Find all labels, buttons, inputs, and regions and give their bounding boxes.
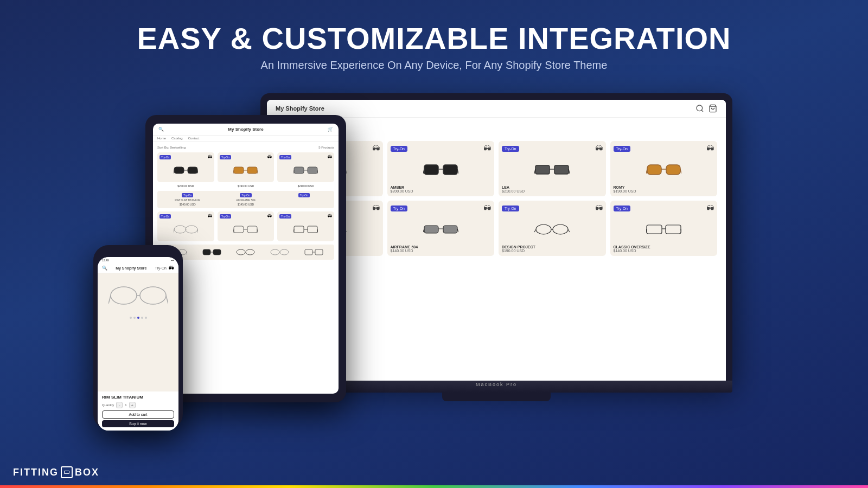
tablet-navbar: 🔍 My Shopify Store 🛒 — [153, 124, 339, 136]
page-header: Easy & Customizable Integration An Immer… — [0, 0, 868, 77]
phone-glasses-display — [101, 277, 175, 314]
logo-text-box: BOX — [75, 467, 99, 478]
phone-product-title: RIM SLIM TITANIUM — [102, 395, 174, 400]
product-image — [391, 215, 492, 243]
product-image — [614, 155, 714, 183]
quantity-value: 1 — [125, 403, 126, 407]
product-name: DESIGN PROJECT — [502, 245, 603, 249]
signal-icons: ▪▪▪ — [171, 259, 174, 262]
logo-text-fitting: FITTING — [13, 467, 59, 478]
svg-rect-86 — [305, 249, 312, 255]
svg-point-84 — [280, 249, 289, 255]
svg-rect-43 — [188, 167, 197, 174]
glasses-icon: 🕶 — [328, 155, 332, 159]
rainbow-bar — [0, 485, 868, 488]
product-card: Try-On 🕶 — [499, 141, 606, 196]
glasses-icon: 🕶 — [706, 204, 714, 213]
strip-price: $145.00 USD — [238, 203, 254, 206]
try-on-button[interactable]: Try-On — [391, 146, 408, 152]
svg-point-58 — [186, 226, 197, 233]
product-image — [220, 220, 272, 239]
try-on-button[interactable]: Try-On — [182, 193, 193, 197]
svg-line-50 — [233, 170, 234, 174]
glasses-icon: 🕶 — [483, 144, 491, 153]
cart-icon: 🛒 — [328, 127, 333, 132]
tablet-product-card: Try-On 🕶 — [218, 211, 275, 241]
try-on-button[interactable]: Try-On — [159, 155, 171, 159]
price-3: $210.00 USD — [277, 184, 334, 188]
try-on-button[interactable]: Try-On — [220, 155, 231, 159]
svg-point-83 — [271, 249, 279, 255]
nav-link-home: Home — [157, 137, 166, 140]
svg-point-0 — [697, 105, 703, 111]
laptop-stand — [442, 393, 551, 401]
store-logo: My Shopify Store — [276, 105, 324, 112]
tablet-price-row1: $200.00 USD $190.00 USD $210.00 USD — [157, 184, 334, 188]
try-on-button[interactable]: Try-On — [159, 214, 171, 219]
svg-line-61 — [197, 229, 198, 233]
glasses-icon: 🕶 — [483, 204, 491, 213]
svg-line-35 — [534, 229, 536, 232]
phone-navbar: 🔍 My Shopify Store Try-On 🕶 — [98, 264, 178, 273]
try-on-button[interactable]: Try-On — [220, 214, 231, 219]
try-on-button[interactable]: Try-On — [279, 155, 291, 159]
tablet-store-logo: My Shopify Store — [228, 127, 263, 132]
svg-line-45 — [174, 170, 174, 174]
glasses-icon: 🕶 — [169, 265, 174, 271]
svg-rect-18 — [666, 165, 680, 175]
try-on-button[interactable]: Try-On — [502, 146, 519, 152]
svg-rect-63 — [247, 226, 257, 233]
svg-line-55 — [293, 170, 294, 174]
tablet-try-on-strip: Try-On RIM SLIM TITANIUM $140.00 USD Try… — [157, 191, 334, 208]
product-image — [279, 160, 332, 180]
svg-rect-17 — [647, 165, 661, 175]
try-on-button[interactable]: Try-On — [391, 206, 408, 211]
devices-container: My Shopify Store Catalog — [0, 82, 868, 451]
sort-label: Sort By: Bestselling — [157, 146, 186, 149]
quantity-decrease[interactable]: - — [116, 402, 123, 408]
tablet-glasses-strip — [157, 245, 334, 260]
svg-line-60 — [174, 229, 174, 233]
phone-quantity-row: Quantity - 1 + — [102, 402, 174, 408]
svg-rect-68 — [308, 226, 317, 233]
try-on-button[interactable]: Try-On — [298, 193, 310, 197]
svg-rect-87 — [315, 249, 323, 255]
product-name: AMBER — [391, 185, 492, 189]
product-image — [220, 160, 272, 180]
phone-outer: 12:49 ▪▪▪ 🔍 My Shopify Store Try-On 🕶 — [93, 245, 183, 429]
nav-link-catalog: Catalog — [171, 137, 183, 140]
svg-line-76 — [187, 252, 187, 255]
svg-rect-38 — [666, 225, 681, 234]
try-on-button[interactable]: Try-On — [502, 206, 519, 211]
phone-store-name: My Shopify Store — [116, 266, 146, 270]
product-card: Try-On 🕶 — [610, 141, 718, 196]
add-to-cart-button[interactable]: Add to cart — [102, 410, 174, 419]
glasses-icon: 🕶 — [208, 155, 212, 159]
strip-name: AIRFRAME 504 — [236, 198, 256, 202]
glasses-icon: 🕶 — [595, 204, 603, 213]
search-icon — [695, 104, 704, 113]
svg-rect-48 — [247, 167, 257, 174]
price-2: $190.00 USD — [218, 184, 275, 188]
glasses-icon: 🕶 — [595, 144, 603, 153]
product-image — [159, 220, 212, 239]
try-on-button[interactable]: Try-On — [240, 193, 251, 197]
quantity-increase[interactable]: + — [129, 402, 136, 408]
svg-rect-53 — [308, 167, 317, 174]
nav-link-contact: Contact — [188, 137, 200, 140]
svg-rect-67 — [294, 226, 304, 233]
try-on-button[interactable]: Try-On — [614, 206, 631, 211]
product-card: Try-On 🕶 — [387, 201, 495, 256]
buy-now-button[interactable]: Buy it now — [102, 420, 174, 427]
try-on-button[interactable]: Try-On — [279, 214, 291, 219]
svg-rect-13 — [554, 165, 569, 174]
glasses-icon: 🕶 — [267, 214, 272, 219]
product-price: $200.00 USD — [391, 189, 492, 193]
search-icon: 🔍 — [158, 127, 164, 132]
tablet-product-card: Try-On 🕶 — [277, 152, 334, 182]
product-image — [614, 215, 714, 243]
try-on-button[interactable]: Try-On — [614, 146, 631, 152]
product-name: LEA — [502, 185, 603, 189]
svg-line-56 — [317, 170, 318, 174]
phone-try-on-area — [98, 273, 178, 391]
